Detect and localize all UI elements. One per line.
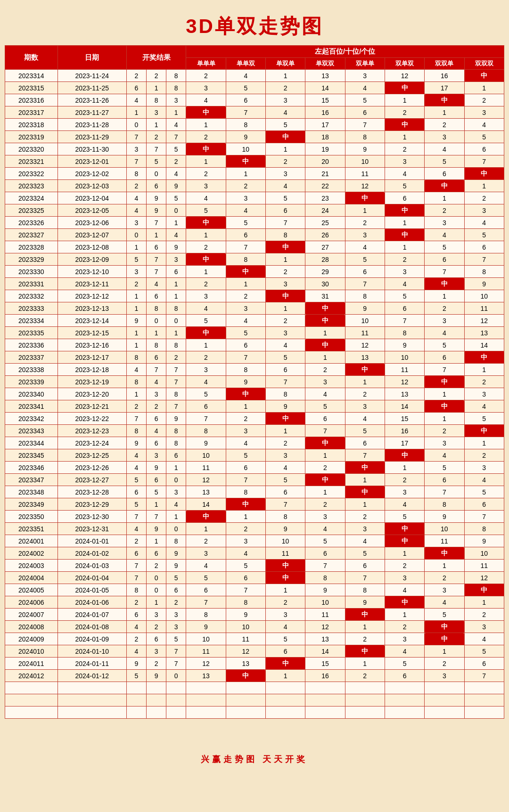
cell-col-3: 1 xyxy=(305,327,345,339)
cell-col-4: 6 xyxy=(345,266,385,278)
cell-col-1: 6 xyxy=(226,94,265,106)
cell-col-7: 4 xyxy=(464,217,504,229)
cell-col-0: 6 xyxy=(186,584,226,596)
cell-col-1: 7 xyxy=(226,106,265,119)
cell-result-2: 5 xyxy=(166,633,186,645)
cell-result-2: 9 xyxy=(166,560,186,572)
cell-col-3: 9 xyxy=(305,584,345,596)
cell-result-0: 8 xyxy=(126,168,146,180)
cell-col-0: 5 xyxy=(186,572,226,584)
cell-col-1: 中 xyxy=(226,388,265,400)
cell-col-0: 3 xyxy=(186,364,226,376)
cell-result-1: 8 xyxy=(147,302,166,315)
cell-col-0: 1 xyxy=(186,229,226,241)
cell-id: 2024001 xyxy=(5,535,58,547)
cell-col-5: 1 xyxy=(385,94,424,106)
table-row: 20233212023-12-017521中22010357 xyxy=(5,155,504,168)
cell-col-6: 1 xyxy=(425,413,464,425)
cell-date: 2023-12-09 xyxy=(57,253,126,266)
empty-row xyxy=(5,682,504,694)
cell-result-1: 6 xyxy=(147,351,166,364)
cell-col-3: 6 xyxy=(305,547,345,560)
cell-result-0: 2 xyxy=(126,70,146,82)
cell-result-0: 2 xyxy=(126,535,146,547)
cell-col-1: 5 xyxy=(226,327,265,339)
cell-col-4: 12 xyxy=(345,339,385,351)
cell-result-0: 7 xyxy=(126,131,146,143)
table-row: 20233482023-12-2865313861中375 xyxy=(5,486,504,498)
cell-date: 2023-12-31 xyxy=(57,523,126,535)
cell-col-5: 1 xyxy=(385,241,424,253)
cell-col-2: 2 xyxy=(265,155,305,168)
table-row: 20240082024-01-0842391041212中3 xyxy=(5,621,504,633)
cell-id: 2023350 xyxy=(5,511,58,523)
cell-result-2: 4 xyxy=(166,498,186,511)
table-row: 20233462023-12-2649111642中153 xyxy=(5,462,504,474)
cell-col-0: 5 xyxy=(186,204,226,217)
cell-id: 2023342 xyxy=(5,413,58,425)
cell-col-0: 中 xyxy=(186,217,226,229)
cell-col-3: 18 xyxy=(305,131,345,143)
cell-col-6: 1 xyxy=(425,290,464,302)
cell-result-2: 3 xyxy=(166,253,186,266)
cell-col-1: 7 xyxy=(226,474,265,486)
cell-col-4: 1 xyxy=(345,204,385,217)
cell-col-0: 9 xyxy=(186,621,226,633)
cell-col-4: 中 xyxy=(345,192,385,204)
cell-col-2: 2 xyxy=(265,315,305,327)
col-header-c3: 单双单 xyxy=(265,58,305,70)
cell-col-1: 1 xyxy=(226,511,265,523)
cell-col-6: 6 xyxy=(425,168,464,180)
cell-col-5: 5 xyxy=(385,290,424,302)
cell-col-2: 3 xyxy=(265,449,305,462)
cell-date: 2024-01-07 xyxy=(57,609,126,621)
cell-result-0: 5 xyxy=(126,670,146,682)
col-header-c7: 双双单 xyxy=(425,58,464,70)
table-row: 20233392023-12-198474973112中2 xyxy=(5,376,504,388)
cell-col-4: 12 xyxy=(345,180,385,192)
cell-id: 2023351 xyxy=(5,523,58,535)
cell-col-2: 6 xyxy=(265,645,305,658)
cell-date: 2023-12-30 xyxy=(57,511,126,523)
cell-date: 2023-12-19 xyxy=(57,376,126,388)
cell-col-0: 7 xyxy=(186,596,226,609)
cell-col-6: 6 xyxy=(425,351,464,364)
cell-id: 2023349 xyxy=(5,498,58,511)
cell-result-0: 8 xyxy=(126,584,146,596)
cell-col-0: 3 xyxy=(186,82,226,94)
cell-date: 2024-01-12 xyxy=(57,670,126,682)
cell-id: 2023346 xyxy=(5,462,58,474)
cell-result-2: 9 xyxy=(166,413,186,425)
cell-result-1: 6 xyxy=(147,290,166,302)
cell-result-0: 4 xyxy=(126,204,146,217)
cell-id: 2023336 xyxy=(5,339,58,351)
cell-col-5: 5 xyxy=(385,658,424,670)
cell-col-5: 11 xyxy=(385,364,424,376)
cell-col-0: 2 xyxy=(186,70,226,82)
cell-col-4: 7 xyxy=(345,119,385,131)
cell-col-2: 10 xyxy=(265,535,305,547)
cell-col-5: 2 xyxy=(385,253,424,266)
cell-col-2: 8 xyxy=(265,511,305,523)
cell-date: 2024-01-04 xyxy=(57,572,126,584)
cell-id: 2024012 xyxy=(5,670,58,682)
cell-col-5: 13 xyxy=(385,388,424,400)
table-row: 20233142023-11-242282411331216中 xyxy=(5,70,504,82)
col-header-c8: 双双双 xyxy=(464,58,504,70)
cell-col-7: 中 xyxy=(464,425,504,437)
table-row: 20240122024-01-1259013中1162637 xyxy=(5,670,504,682)
cell-col-2: 中 xyxy=(265,131,305,143)
cell-col-1: 8 xyxy=(226,253,265,266)
cell-col-3: 19 xyxy=(305,143,345,155)
cell-id: 2023335 xyxy=(5,327,58,339)
cell-col-4: 2 xyxy=(345,217,385,229)
cell-result-0: 9 xyxy=(126,315,146,327)
cell-col-3: 27 xyxy=(305,241,345,253)
cell-col-3: 21 xyxy=(305,168,345,180)
cell-col-7: 6 xyxy=(464,241,504,253)
cell-col-5: 3 xyxy=(385,572,424,584)
cell-col-0: 9 xyxy=(186,437,226,449)
cell-result-0: 9 xyxy=(126,658,146,670)
cell-result-0: 3 xyxy=(126,143,146,155)
cell-col-2: 2 xyxy=(265,596,305,609)
